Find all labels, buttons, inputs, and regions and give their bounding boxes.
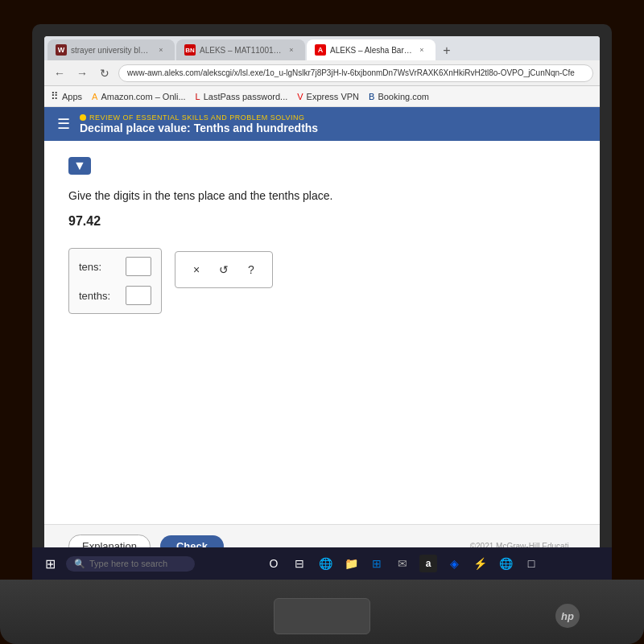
chevron-down-icon: ▼ bbox=[73, 159, 86, 173]
tab-label: ALEKS – MAT110017VA016-1216 bbox=[200, 46, 282, 55]
laptop-bottom: hp bbox=[0, 580, 644, 644]
tenths-input[interactable] bbox=[126, 286, 151, 305]
forward-button[interactable]: → bbox=[73, 64, 91, 82]
hp-logo: hp bbox=[555, 604, 580, 628]
taskbar-mail[interactable]: ✉ bbox=[391, 552, 414, 575]
store-icon: ⊞ bbox=[372, 557, 382, 570]
browser-tabs: W strayer university blackboard log × BN… bbox=[44, 36, 600, 60]
lesson-title: Decimal place value: Tenths and hundredt… bbox=[80, 122, 318, 134]
vpn-icon: V bbox=[297, 92, 303, 101]
lastpass-label: LastPass password... bbox=[204, 92, 288, 101]
menu-icon[interactable]: ☰ bbox=[57, 115, 70, 133]
browser-tab-aleks-alesha[interactable]: A ALEKS – Alesha Barnes – Learn × bbox=[307, 39, 436, 60]
bookmark-booking[interactable]: B Booking.com bbox=[369, 92, 429, 101]
taskbar-task-view[interactable]: ⊟ bbox=[288, 552, 311, 575]
tab-label: strayer university blackboard log bbox=[71, 46, 151, 55]
taskbar-icons: O ⊟ 🌐 📁 ⊞ ✉ a ◈ ⚡ 🌐 □ bbox=[200, 552, 605, 575]
tenths-row: tenths: bbox=[79, 284, 151, 307]
page-content: ☰ REVIEW OF ESSENTIAL SKILLS AND PROBLEM… bbox=[44, 107, 600, 568]
taskbar: ⊞ 🔍 O ⊟ 🌐 📁 ⊞ ✉ a ◈ ⚡ 🌐 □ bbox=[32, 547, 612, 580]
new-tab-button[interactable]: + bbox=[437, 41, 456, 60]
answer-form: tens: tenths: × ↺ bbox=[68, 248, 576, 314]
input-fields-group: tens: tenths: bbox=[68, 248, 162, 314]
help-icon: ? bbox=[248, 263, 254, 276]
bookmark-expressvpn[interactable]: V Express VPN bbox=[297, 92, 359, 101]
start-button[interactable]: ⊞ bbox=[39, 552, 61, 575]
taskbar-store[interactable]: ⊞ bbox=[365, 552, 388, 575]
amazon-label: Amazon.com – Onli... bbox=[101, 92, 185, 101]
booking-icon: B bbox=[369, 92, 374, 101]
vpn-label: Express VPN bbox=[307, 92, 359, 101]
aleks-header: ☰ REVIEW OF ESSENTIAL SKILLS AND PROBLEM… bbox=[44, 107, 600, 141]
clear-button[interactable]: × bbox=[185, 258, 208, 281]
browser-tab-strayer[interactable]: W strayer university blackboard log × bbox=[47, 39, 175, 60]
chrome-icon: 🌐 bbox=[499, 557, 513, 570]
bookmark-apps[interactable]: ⠿ Apps bbox=[51, 90, 82, 102]
taskbar-chrome[interactable]: 🌐 bbox=[494, 552, 517, 575]
action-buttons-group: × ↺ ? bbox=[175, 251, 273, 288]
apps-label: Apps bbox=[62, 92, 82, 101]
address-bar: ← → ↻ bbox=[44, 60, 600, 86]
taskbar-amazon[interactable]: a bbox=[417, 552, 440, 575]
header-text: REVIEW OF ESSENTIAL SKILLS AND PROBLEM S… bbox=[80, 114, 318, 134]
tenths-label: tenths: bbox=[79, 290, 119, 302]
tab-close-strayer[interactable]: × bbox=[155, 44, 167, 56]
taskbar-cortana[interactable]: O bbox=[262, 552, 285, 575]
amazon-icon: A bbox=[92, 92, 97, 101]
tens-label: tens: bbox=[79, 261, 119, 273]
cortana-icon: O bbox=[270, 557, 279, 570]
browser-tab-aleks-mat[interactable]: BN ALEKS – MAT110017VA016-1216 × bbox=[176, 39, 305, 60]
taskbar-dropbox[interactable]: ◈ bbox=[443, 552, 465, 575]
desktop-icon: □ bbox=[528, 557, 535, 570]
taskbar-edge[interactable]: 🌐 bbox=[314, 552, 336, 575]
question-area: ▼ Give the digits in the tens place and … bbox=[44, 141, 600, 524]
chevron-down-button[interactable]: ▼ bbox=[68, 157, 91, 175]
tab-close-mat[interactable]: × bbox=[286, 44, 297, 56]
edge-icon: 🌐 bbox=[319, 557, 332, 570]
url-input[interactable] bbox=[118, 64, 593, 82]
apps-icon: ⠿ bbox=[51, 90, 59, 102]
help-button[interactable]: ? bbox=[240, 258, 262, 281]
undo-button[interactable]: ↺ bbox=[213, 258, 235, 281]
trackpad[interactable] bbox=[274, 598, 370, 634]
lightning-icon: ⚡ bbox=[473, 557, 487, 570]
taskbar-file-explorer[interactable]: 📁 bbox=[340, 552, 362, 575]
question-value: 97.42 bbox=[68, 214, 576, 229]
search-icon: 🔍 bbox=[74, 559, 85, 569]
amazon-taskbar-icon: a bbox=[419, 555, 437, 572]
taskbar-search[interactable]: 🔍 bbox=[66, 556, 195, 572]
lastpass-icon: L bbox=[196, 92, 200, 101]
bookmark-amazon[interactable]: A Amazon.com – Onli... bbox=[92, 92, 186, 101]
clear-icon: × bbox=[193, 263, 200, 276]
task-view-icon: ⊟ bbox=[295, 557, 304, 570]
status-dot bbox=[80, 114, 86, 121]
tab-label: ALEKS – Alesha Barnes – Learn bbox=[330, 46, 412, 55]
reload-button[interactable]: ↻ bbox=[96, 64, 114, 82]
taskbar-search-input[interactable] bbox=[89, 559, 186, 568]
folder-icon: 📁 bbox=[345, 557, 358, 570]
bookmarks-bar: ⠿ Apps A Amazon.com – Onli... L LastPass… bbox=[44, 86, 600, 107]
dropbox-icon: ◈ bbox=[450, 557, 459, 570]
section-label: REVIEW OF ESSENTIAL SKILLS AND PROBLEM S… bbox=[89, 114, 305, 122]
bookmark-lastpass[interactable]: L LastPass password... bbox=[196, 92, 288, 101]
mail-icon: ✉ bbox=[398, 557, 407, 570]
taskbar-extra[interactable]: ⚡ bbox=[469, 552, 491, 575]
tab-close-alesha[interactable]: × bbox=[416, 44, 427, 56]
question-prompt: Give the digits in the tens place and th… bbox=[68, 188, 576, 204]
tens-row: tens: bbox=[79, 255, 151, 278]
taskbar-show-desktop[interactable]: □ bbox=[520, 552, 543, 575]
undo-icon: ↺ bbox=[219, 263, 229, 276]
booking-label: Booking.com bbox=[378, 92, 429, 101]
back-button[interactable]: ← bbox=[51, 64, 68, 82]
tens-input[interactable] bbox=[126, 257, 151, 276]
